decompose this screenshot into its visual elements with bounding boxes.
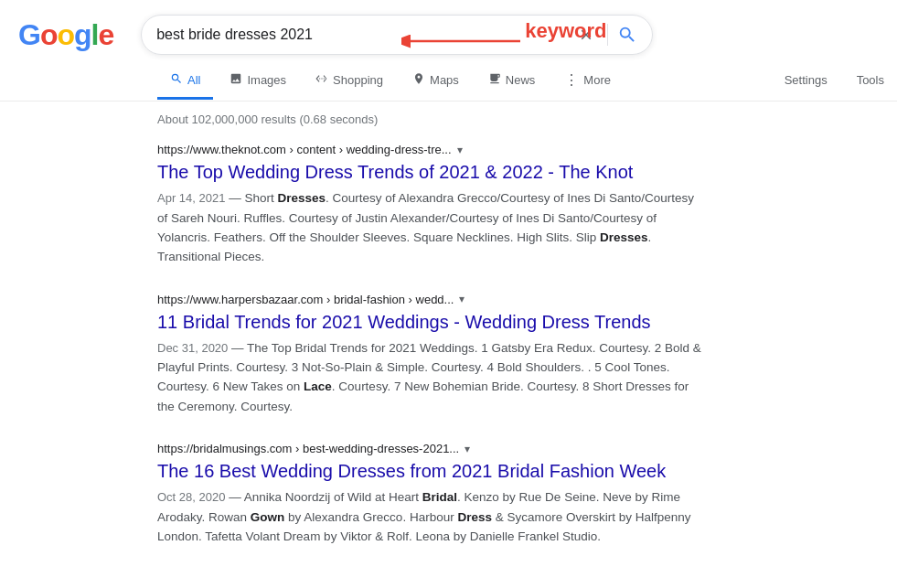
result-snippet: Dec 31, 2020 — The Top Bridal Trends for… — [157, 338, 706, 417]
result-url-row: https://www.theknot.com › content › wedd… — [157, 143, 706, 156]
search-bar-wrapper: keyword — [141, 15, 653, 55]
clear-button[interactable] — [574, 23, 598, 47]
search-icon — [170, 72, 183, 88]
tab-more-label: More — [583, 73, 611, 87]
news-icon — [488, 72, 501, 88]
results-count: About 102,000,000 results (0.68 seconds) — [157, 112, 879, 126]
tab-tools-label: Tools — [857, 73, 884, 87]
result-title[interactable]: The Top Wedding Dress Trends of 2021 & 2… — [157, 160, 706, 184]
result-url-row: https://bridalmusings.com › best-wedding… — [157, 442, 706, 455]
search-button[interactable] — [617, 25, 637, 45]
tab-all-label: All — [187, 73, 200, 87]
result-url: https://www.harpersbazaar.com › bridal-f… — [157, 293, 454, 306]
tab-all[interactable]: All — [157, 63, 213, 100]
result-dropdown-icon[interactable]: ▾ — [465, 443, 470, 455]
tab-maps-label: Maps — [430, 73, 459, 87]
tab-settings-label: Settings — [785, 73, 828, 87]
nav-right: Settings Tools — [772, 64, 897, 99]
search-bar-icons — [574, 23, 637, 47]
result-date: Oct 28, 2020 — [157, 490, 225, 504]
result-snippet: Apr 14, 2021 — Short Dresses. Courtesy o… — [157, 188, 706, 267]
result-url-row: https://www.harpersbazaar.com › bridal-f… — [157, 293, 706, 306]
result-title[interactable]: The 16 Best Wedding Dresses from 2021 Br… — [157, 459, 706, 483]
shopping-icon — [315, 72, 328, 88]
header: Google — [0, 0, 897, 55]
search-input[interactable] — [156, 27, 567, 43]
tab-shopping[interactable]: Shopping — [303, 63, 396, 100]
tab-shopping-label: Shopping — [333, 73, 383, 87]
divider — [607, 24, 608, 46]
result-item: https://bridalmusings.com › best-wedding… — [157, 442, 706, 546]
tab-news[interactable]: News — [475, 63, 549, 100]
result-title[interactable]: 11 Bridal Trends for 2021 Weddings - Wed… — [157, 310, 706, 334]
result-url: https://www.theknot.com › content › wedd… — [157, 143, 452, 156]
more-icon: ⋮ — [564, 71, 579, 89]
result-item: https://www.harpersbazaar.com › bridal-f… — [157, 293, 706, 417]
result-date: Apr 14, 2021 — [157, 191, 225, 205]
result-url: https://bridalmusings.com › best-wedding… — [157, 442, 459, 455]
result-date: Dec 31, 2020 — [157, 341, 228, 355]
images-icon — [230, 72, 242, 88]
tab-more[interactable]: ⋮ More — [551, 62, 624, 101]
maps-icon — [412, 72, 425, 88]
result-snippet: Oct 28, 2020 — Annika Noordzij of Wild a… — [157, 487, 706, 546]
tab-images-label: Images — [247, 73, 286, 87]
tab-settings[interactable]: Settings — [772, 64, 840, 99]
google-logo: Google — [18, 18, 113, 52]
tab-images[interactable]: Images — [217, 63, 299, 100]
tab-maps[interactable]: Maps — [400, 63, 472, 100]
search-bar — [141, 15, 653, 55]
tab-tools[interactable]: Tools — [844, 64, 897, 99]
tab-news-label: News — [506, 73, 536, 87]
results-area: About 102,000,000 results (0.68 seconds)… — [0, 102, 897, 588]
result-dropdown-icon[interactable]: ▾ — [459, 293, 465, 305]
result-dropdown-icon[interactable]: ▾ — [457, 144, 463, 156]
nav-tabs: All Images Shopping Maps New — [0, 55, 897, 102]
result-item: https://www.theknot.com › content › wedd… — [157, 143, 706, 267]
